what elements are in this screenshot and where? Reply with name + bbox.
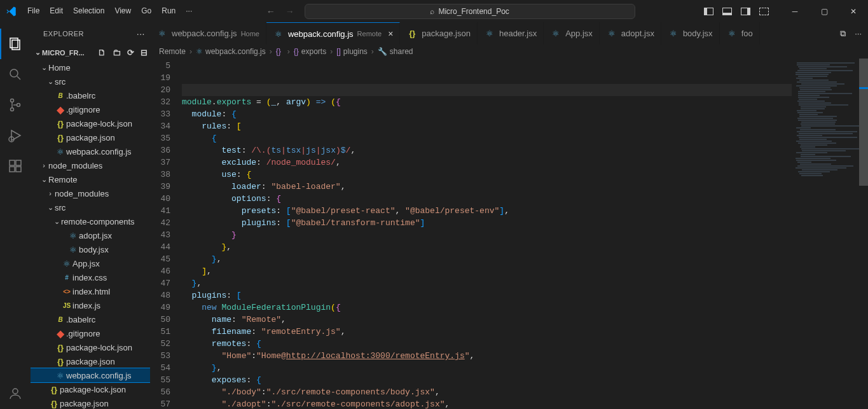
breadcrumb-item[interactable]: []plugins xyxy=(336,47,368,56)
code-line[interactable]: rules: [ xyxy=(182,120,792,132)
layout-customize-icon[interactable] xyxy=(759,8,769,15)
explorer-more-icon[interactable]: ··· xyxy=(137,29,145,39)
code-line[interactable]: test: /\.(ts|tsx|js|jsx)$/, xyxy=(182,144,792,156)
code-line[interactable]: "./adopt":"./src/remote-components/adopt… xyxy=(182,398,792,409)
nav-back-icon[interactable]: ← xyxy=(266,6,275,17)
menu-run[interactable]: Run xyxy=(156,0,181,22)
code-line[interactable]: "Home":"Home@http://localhost:3000/remot… xyxy=(182,350,792,362)
tree-item--gitignore[interactable]: ◆.gitignore xyxy=(31,326,150,340)
code-line[interactable]: options: { xyxy=(182,193,792,205)
tab-header-jsx[interactable]: ⚛header.jsx xyxy=(478,22,544,45)
tree-item-app-jsx[interactable]: ⚛App.jsx xyxy=(31,256,150,270)
code-line[interactable]: } xyxy=(182,229,792,241)
tab-webpack-config-js[interactable]: ⚛webpack.config.jsHome xyxy=(150,22,266,45)
tree-item-index-js[interactable]: JSindex.js xyxy=(31,298,150,312)
tab-app-jsx[interactable]: ⚛App.jsx xyxy=(544,22,600,45)
activity-search[interactable] xyxy=(0,59,31,90)
code-line[interactable]: ], xyxy=(182,265,792,277)
collapse-icon[interactable]: ⊟ xyxy=(141,48,148,57)
code-line[interactable]: module: { xyxy=(182,108,792,120)
code-line[interactable]: "./body":"./src/remote-components/body.j… xyxy=(182,386,792,398)
scroll-thumb[interactable] xyxy=(859,59,868,186)
chevron-down-icon[interactable]: ⌄ xyxy=(46,204,55,212)
chevron-down-icon[interactable]: ⌄ xyxy=(46,78,55,86)
chevron-right-icon[interactable]: › xyxy=(46,190,55,197)
chevron-down-icon[interactable]: ⌄ xyxy=(52,218,61,226)
tree-item-node-modules[interactable]: ›node_modules xyxy=(31,186,150,200)
tree-item-body-jsx[interactable]: ⚛body.jsx xyxy=(31,242,150,256)
command-center[interactable]: ⌕ Micro_Frontend_Poc xyxy=(305,4,635,19)
close-icon[interactable]: × xyxy=(388,29,393,39)
chevron-right-icon[interactable]: › xyxy=(39,162,48,169)
tree-item-adopt-jsx[interactable]: ⚛adopt.jsx xyxy=(31,228,150,242)
compare-icon[interactable]: ⧉ xyxy=(840,29,846,39)
code-line[interactable]: plugins: [ xyxy=(182,289,792,302)
tree-item--babelrc[interactable]: B.babelrc xyxy=(31,88,150,102)
tree-item--gitignore[interactable]: ◆.gitignore xyxy=(31,102,150,116)
code-line[interactable]: module.exports = (_, argv) => ({ xyxy=(182,96,792,108)
tree-item-index-css[interactable]: #index.css xyxy=(31,270,150,284)
breadcrumb-item[interactable]: ⚛webpack.config.js xyxy=(196,47,266,56)
editor-scrollbar[interactable] xyxy=(859,59,868,409)
tree-item-package-json[interactable]: {}package.json xyxy=(31,354,150,368)
tab-webpack-config-js[interactable]: ⚛webpack.config.jsRemote× xyxy=(266,22,400,45)
tree-item-package-json[interactable]: {}package.json xyxy=(31,130,150,144)
menu-selection[interactable]: Selection xyxy=(68,0,109,22)
tree-item-webpack-config-js[interactable]: ⚛webpack.config.js xyxy=(31,368,150,382)
tree-item-package-lock-json[interactable]: {}package-lock.json xyxy=(31,116,150,130)
layout-sidebar-left-icon[interactable] xyxy=(704,8,713,15)
code-line[interactable]: }, xyxy=(182,362,792,374)
menu-view[interactable]: View xyxy=(109,0,136,22)
tab-body-jsx[interactable]: ⚛body.jsx xyxy=(661,22,720,45)
activity-source-control[interactable] xyxy=(0,90,31,120)
menu-file[interactable]: File xyxy=(22,0,45,22)
breadcrumb-item[interactable]: Remote xyxy=(159,47,186,56)
tree-item-src[interactable]: ⌄src xyxy=(31,74,150,88)
code-editor[interactable]: module.exports = (_, argv) => ({ module:… xyxy=(182,59,792,409)
tree-item-remote-components[interactable]: ⌄remote-components xyxy=(31,214,150,228)
code-line[interactable]: }, xyxy=(182,253,792,265)
menu-···[interactable]: ··· xyxy=(181,0,197,22)
tree-item-src[interactable]: ⌄src xyxy=(31,200,150,214)
tree-item-package-lock-json[interactable]: {}package-lock.json xyxy=(31,382,150,396)
code-line[interactable]: use: { xyxy=(182,169,792,181)
activity-extensions[interactable] xyxy=(0,151,31,181)
activity-run-debug[interactable] xyxy=(0,120,31,151)
breadcrumb-item[interactable]: {} xyxy=(276,47,284,56)
new-file-icon[interactable]: 🗋 xyxy=(98,48,106,57)
breadcrumb-item[interactable]: 🔧shared xyxy=(378,47,413,56)
tree-item-webpack-config-js[interactable]: ⚛webpack.config.js xyxy=(31,144,150,158)
tree-item-index-html[interactable]: <>index.html xyxy=(31,284,150,298)
tree-item-node-modules[interactable]: ›node_modules xyxy=(31,158,150,172)
code-line[interactable]: remotes: { xyxy=(182,338,792,350)
code-line[interactable]: filename: "remoteEntry.js", xyxy=(182,326,792,338)
layout-panel-icon[interactable] xyxy=(722,8,732,15)
nav-forward-icon[interactable]: → xyxy=(286,6,294,17)
code-line[interactable]: exposes: { xyxy=(182,374,792,386)
menu-edit[interactable]: Edit xyxy=(45,0,68,22)
tab-adopt-jsx[interactable]: ⚛adopt.jsx xyxy=(600,22,661,45)
code-line[interactable]: exclude: /node_modules/, xyxy=(182,156,792,169)
window-maximize-button[interactable]: ▢ xyxy=(809,0,839,22)
chevron-down-icon[interactable]: ⌄ xyxy=(33,48,42,57)
code-line[interactable]: }, xyxy=(182,241,792,253)
window-minimize-button[interactable]: ─ xyxy=(780,0,809,22)
tab-foo[interactable]: ⚛foo xyxy=(720,22,760,45)
code-line[interactable]: presets: ["@babel/preset-react", "@babel… xyxy=(182,205,792,217)
more-icon[interactable]: ··· xyxy=(855,29,862,39)
window-close-button[interactable]: ✕ xyxy=(839,0,868,22)
code-line[interactable]: plugins: ["@babel/transform-runtime"] xyxy=(182,217,792,229)
tab-package-json[interactable]: {}package.json xyxy=(400,22,478,45)
breadcrumb-item[interactable]: {}exports xyxy=(294,47,326,56)
tree-item-package-json[interactable]: {}package.json xyxy=(31,396,150,409)
tree-item-package-lock-json[interactable]: {}package-lock.json xyxy=(31,340,150,354)
code-line[interactable]: new ModuleFederationPlugin({ xyxy=(182,302,792,314)
code-line[interactable]: name: "Remote", xyxy=(182,314,792,326)
code-line[interactable]: }, xyxy=(182,277,792,289)
code-line[interactable]: loader: "babel-loader", xyxy=(182,181,792,193)
chevron-down-icon[interactable]: ⌄ xyxy=(39,64,48,72)
new-folder-icon[interactable]: 🗀 xyxy=(113,48,121,57)
tree-item--babelrc[interactable]: B.babelrc xyxy=(31,312,150,326)
activity-accounts[interactable] xyxy=(0,378,31,409)
minimap[interactable] xyxy=(792,59,868,409)
